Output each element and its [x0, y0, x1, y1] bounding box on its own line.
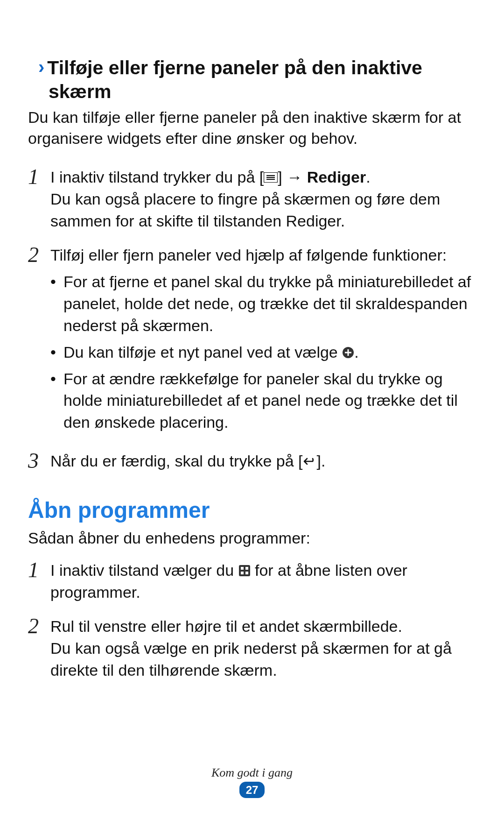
section-title: Åbn programmer [28, 497, 476, 523]
step-3: 3 Når du er færdig, skal du trykke på [ … [28, 450, 476, 472]
step2-lead: Tilføj eller fjern paneler ved hjælp af … [50, 244, 476, 266]
document-page: ›Tilføje eller fjerne paneler på den ina… [0, 0, 504, 827]
bullet-2-text-a: Du kan tilføje et nyt panel ved at vælge [63, 343, 342, 361]
open-step-1: 1 I inaktiv tilstand vælger du for at åb… [28, 559, 476, 603]
subsection-heading: ›Tilføje eller fjerne paneler på den ina… [38, 56, 476, 104]
open-step-2: 2 Rul til venstre eller højre til et and… [28, 615, 476, 681]
menu-icon [264, 172, 278, 183]
plus-circle-icon [342, 346, 354, 359]
content-area: ›Tilføje eller fjerne paneler på den ina… [28, 56, 476, 681]
svg-rect-8 [241, 567, 244, 570]
intro-paragraph: Du kan tilføje eller fjerne paneler på d… [28, 107, 476, 150]
step3-text-b: ]. [316, 452, 325, 470]
chevron-right-icon: › [38, 55, 44, 78]
step-number-3: 3 [28, 450, 49, 472]
page-footer: Kom godt i gang 27 [0, 766, 504, 798]
open-step-2-body: Rul til venstre eller højre til et andet… [49, 615, 476, 681]
open-step2-line1: Rul til venstre eller højre til et andet… [50, 615, 476, 637]
step-2-body: Tilføj eller fjern paneler ved hjælp af … [49, 244, 476, 438]
bullet-2: Du kan tilføje et nyt panel ved at vælge… [50, 341, 476, 363]
step-number-1: 1 [28, 166, 49, 188]
step-number-2: 2 [28, 244, 49, 266]
svg-rect-7 [239, 565, 250, 576]
step1-sub: Du kan også placere to fingre på skærmen… [50, 188, 476, 232]
step3-text-a: Når du er færdig, skal du trykke på [ [50, 452, 302, 470]
heading-line-2: skærm [49, 80, 476, 104]
svg-rect-10 [241, 572, 244, 574]
step1-text-b: ] → [278, 168, 307, 186]
page-number-badge: 27 [239, 782, 265, 798]
back-arrow-icon [302, 456, 316, 467]
step1-bold: Rediger [307, 168, 366, 186]
bullet-1: For at fjerne et panel skal du trykke på… [50, 271, 476, 337]
step-1-body: I inaktiv tilstand trykker du på [ ] → R… [49, 166, 476, 232]
svg-rect-9 [245, 567, 248, 570]
open-step-number-2: 2 [28, 615, 49, 637]
step1-text-a: I inaktiv tilstand trykker du på [ [50, 168, 264, 186]
bullet-3: For at ændre rækkefølge for paneler skal… [50, 368, 476, 434]
open-intro: Sådan åbner du enhedens programmer: [28, 528, 476, 549]
step1-text-c: . [366, 168, 370, 186]
step-1: 1 I inaktiv tilstand trykker du på [ ] →… [28, 166, 476, 232]
footer-text: Kom godt i gang [0, 766, 504, 780]
open-step-number-1: 1 [28, 559, 49, 581]
open-step-1-body: I inaktiv tilstand vælger du for at åbne… [49, 559, 476, 603]
open-step1-text-a: I inaktiv tilstand vælger du [50, 561, 238, 579]
step-3-body: Når du er færdig, skal du trykke på [ ]. [49, 450, 476, 472]
heading-line-1: Tilføje eller fjerne paneler på den inak… [47, 57, 422, 78]
bullet-2-text-b: . [354, 343, 358, 361]
step-2-bullets: For at fjerne et panel skal du trykke på… [50, 271, 476, 433]
open-step2-line2: Du kan også vælge en prik nederst på skæ… [50, 637, 476, 681]
apps-grid-icon [238, 565, 251, 577]
svg-rect-11 [245, 572, 248, 574]
step-2: 2 Tilføj eller fjern paneler ved hjælp a… [28, 244, 476, 438]
